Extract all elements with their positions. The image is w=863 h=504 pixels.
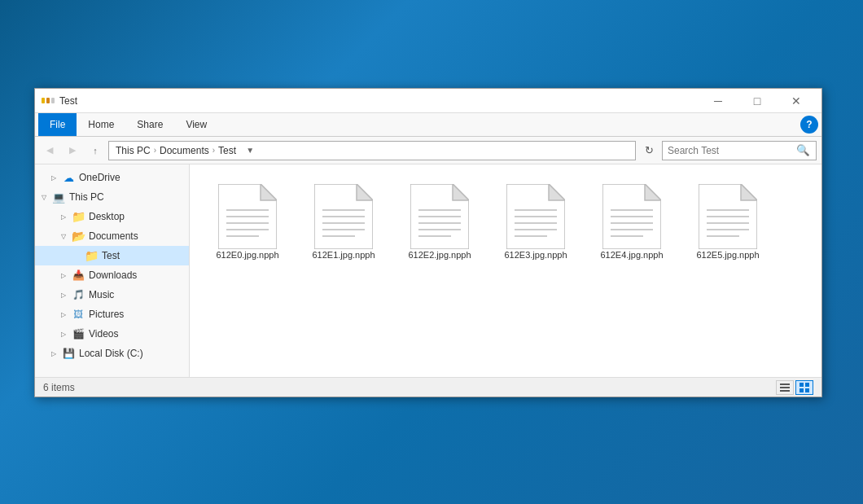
sidebar-item-onedrive[interactable]: ▷ ☁ OneDrive	[35, 168, 189, 187]
ribbon-tabs: File Home Share View ?	[35, 113, 821, 136]
folder-desktop-icon: 📁	[71, 209, 85, 224]
view-buttons	[776, 380, 813, 395]
item-count: 6 items	[43, 382, 75, 393]
expand-downloads: ▷	[58, 270, 69, 281]
sidebar-item-documents[interactable]: ▽ 📂 Documents	[35, 226, 189, 246]
restore-button[interactable]: □	[738, 89, 776, 113]
sidebar-label-videos: Videos	[89, 328, 118, 340]
expand-test	[71, 250, 82, 261]
expand-onedrive: ▷	[48, 172, 59, 183]
svg-marker-22	[549, 184, 565, 200]
search-input[interactable]	[668, 145, 791, 156]
path-documents[interactable]: Documents	[160, 145, 209, 156]
list-view-button[interactable]	[776, 380, 794, 395]
path-test[interactable]: Test	[218, 145, 236, 156]
sidebar: ▷ ☁ OneDrive ▽ 💻 This PC ▷ 📁 Desktop ▽ 📂…	[35, 164, 190, 377]
path-dropdown-button[interactable]: ▼	[243, 141, 257, 160]
file-icon	[218, 184, 277, 249]
svg-rect-43	[780, 387, 790, 388]
sidebar-label-documents: Documents	[89, 230, 138, 242]
close-button[interactable]: ✕	[778, 89, 815, 113]
file-icon	[314, 184, 373, 249]
svg-marker-15	[453, 184, 469, 200]
file-name: 612E5.jpg.npph	[696, 249, 759, 261]
tab-home[interactable]: Home	[77, 113, 125, 136]
file-name: 612E2.jpg.npph	[408, 249, 471, 261]
path-this-pc[interactable]: This PC	[116, 145, 151, 156]
expand-thispc: ▽	[38, 191, 50, 203]
file-icon	[602, 184, 661, 249]
sidebar-item-downloads[interactable]: ▷ 📥 Downloads	[35, 265, 189, 285]
title-icon-yellow	[42, 98, 45, 103]
expand-desktop: ▷	[58, 211, 69, 222]
svg-rect-48	[805, 388, 809, 392]
sidebar-label-test: Test	[102, 250, 120, 261]
search-button[interactable]: 🔍	[795, 142, 811, 159]
help-button[interactable]: ?	[800, 116, 818, 134]
sidebar-item-videos[interactable]: ▷ 🎬 Videos	[35, 324, 189, 344]
svg-rect-45	[799, 383, 804, 387]
sidebar-item-desktop[interactable]: ▷ 📁 Desktop	[35, 207, 189, 226]
folder-pictures-icon: 🖼	[71, 307, 85, 322]
minimize-button[interactable]: ─	[699, 89, 737, 113]
tab-view[interactable]: View	[174, 113, 218, 136]
back-button[interactable]: ◀	[40, 141, 59, 160]
path-sep-1: ›	[154, 146, 156, 155]
sidebar-item-test[interactable]: 📁 Test	[35, 246, 189, 265]
sidebar-item-pictures[interactable]: ▷ 🖼 Pictures	[35, 305, 189, 324]
address-bar: ◀ ▶ ↑ This PC › Documents › Test ▼ ↻ 🔍	[35, 137, 821, 164]
title-bar: Test ─ □ ✕	[35, 89, 821, 113]
file-name: 612E3.jpg.npph	[504, 249, 567, 261]
title-icon-gray	[51, 98, 55, 103]
sidebar-label-pictures: Pictures	[89, 309, 124, 320]
list-view-icon	[779, 382, 791, 393]
svg-marker-1	[261, 184, 277, 200]
file-name: 612E4.jpg.npph	[600, 249, 663, 261]
file-item[interactable]: 612E0.jpg.npph	[203, 177, 292, 267]
file-item[interactable]: 612E1.jpg.npph	[299, 177, 388, 267]
file-icon	[410, 184, 469, 249]
file-item[interactable]: 612E5.jpg.npph	[683, 177, 773, 267]
svg-marker-29	[645, 184, 661, 200]
svg-marker-36	[741, 184, 757, 200]
svg-rect-42	[780, 383, 790, 385]
pc-icon: 💻	[51, 190, 66, 204]
svg-rect-44	[780, 390, 790, 392]
sidebar-label-desktop: Desktop	[89, 211, 125, 222]
folder-documents-icon: 📂	[71, 229, 85, 243]
address-path[interactable]: This PC › Documents › Test ▼	[108, 141, 636, 160]
file-name: 612E1.jpg.npph	[312, 249, 375, 261]
search-box: 🔍	[662, 141, 817, 160]
status-bar: 6 items	[35, 377, 821, 397]
sidebar-label-onedrive: OneDrive	[79, 172, 120, 183]
sidebar-label-thispc: This PC	[69, 191, 104, 203]
path-sep-2: ›	[212, 146, 215, 155]
ribbon: File Home Share View ?	[35, 113, 821, 137]
drive-icon: 💾	[61, 346, 76, 361]
svg-marker-8	[357, 184, 373, 200]
window-title: Test	[59, 95, 699, 107]
folder-test-icon: 📁	[84, 248, 99, 263]
folder-videos-icon: 🎬	[71, 327, 85, 341]
file-icon	[699, 184, 757, 249]
sidebar-item-music[interactable]: ▷ 🎵 Music	[35, 285, 189, 305]
file-area: 612E0.jpg.npph 612E1.jpg.npph	[190, 164, 821, 377]
file-item[interactable]: 612E4.jpg.npph	[587, 177, 677, 267]
sidebar-item-localdisk[interactable]: ▷ 💾 Local Disk (C:)	[35, 344, 189, 363]
svg-rect-47	[799, 388, 804, 392]
tab-file[interactable]: File	[38, 113, 77, 136]
refresh-button[interactable]: ↻	[639, 141, 659, 160]
grid-view-button[interactable]	[795, 380, 813, 395]
expand-documents: ▽	[58, 230, 69, 242]
folder-downloads-icon: 📥	[71, 268, 85, 283]
file-item[interactable]: 612E3.jpg.npph	[491, 177, 580, 267]
file-explorer-window: Test ─ □ ✕ File Home Share View ? ◀ ▶ ↑ …	[34, 88, 822, 397]
forward-button[interactable]: ▶	[63, 141, 82, 160]
expand-pictures: ▷	[58, 309, 69, 320]
title-icon-orange	[46, 98, 50, 103]
up-button[interactable]: ↑	[85, 141, 105, 160]
file-item[interactable]: 612E2.jpg.npph	[395, 177, 484, 267]
title-bar-icon	[42, 95, 55, 107]
tab-share[interactable]: Share	[125, 113, 174, 136]
sidebar-item-thispc[interactable]: ▽ 💻 This PC	[35, 187, 189, 207]
